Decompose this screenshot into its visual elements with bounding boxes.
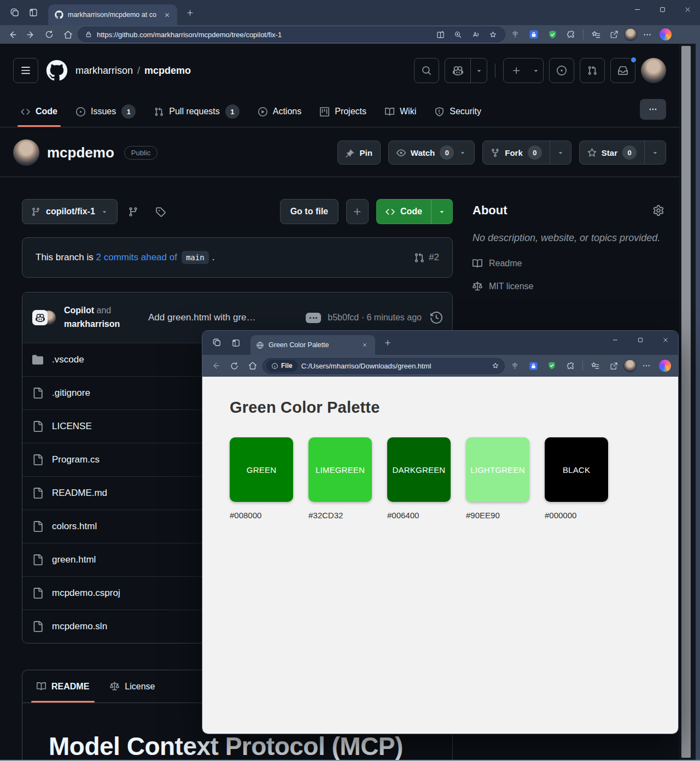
file-name[interactable]: README.md	[52, 488, 107, 499]
favorite-star-icon[interactable]	[491, 361, 500, 370]
user-avatar[interactable]	[641, 58, 666, 83]
password-manager-icon[interactable]	[525, 27, 542, 42]
code-button-caret[interactable]	[431, 200, 452, 224]
palette-maximize-button[interactable]	[628, 331, 653, 349]
history-icon[interactable]	[430, 312, 442, 324]
code-button-main[interactable]: Code	[377, 207, 431, 216]
commit-sha[interactable]: b5b0fcd	[328, 313, 359, 322]
branches-link-icon[interactable]	[122, 200, 145, 223]
watch-button[interactable]: Watch 0	[388, 141, 475, 165]
address-bar[interactable]: https://github.com/markharrison/mcpdemo/…	[78, 27, 505, 42]
tab-actions-icon[interactable]	[226, 333, 245, 352]
tab-license[interactable]: License	[101, 670, 164, 703]
zoom-icon[interactable]	[451, 28, 464, 41]
adguard-shield-icon[interactable]	[544, 27, 561, 42]
palette-close-button[interactable]	[653, 331, 678, 349]
palette-new-tab-button[interactable]	[380, 335, 396, 351]
read-aloud-icon[interactable]	[469, 28, 482, 41]
file-name[interactable]: .gitignore	[52, 388, 90, 399]
commits-ahead-link[interactable]: 2 commits ahead of	[96, 252, 177, 263]
palette-minimize-button[interactable]	[603, 331, 628, 349]
copilot-icon[interactable]	[656, 358, 674, 373]
forward-icon[interactable]	[22, 27, 39, 42]
close-button[interactable]	[675, 0, 700, 19]
pull-requests-header-button[interactable]	[580, 58, 605, 83]
copilot-dropdown-caret[interactable]	[470, 58, 487, 83]
commit-message[interactable]: Add green.html with gre…	[148, 312, 299, 323]
file-name[interactable]: colors.html	[52, 521, 97, 532]
minimize-button[interactable]	[625, 0, 650, 19]
copilot-icon[interactable]	[657, 27, 674, 42]
scrollbar-thumb[interactable]	[681, 46, 691, 758]
main-branch-pill[interactable]: main	[182, 251, 209, 264]
star-caret[interactable]	[644, 141, 666, 164]
inbox-button[interactable]	[610, 58, 635, 83]
search-button[interactable]	[414, 58, 439, 83]
github-logo[interactable]	[46, 60, 68, 81]
hamburger-menu-button[interactable]	[13, 58, 38, 83]
fork-caret[interactable]	[550, 141, 571, 164]
share-icon[interactable]	[605, 27, 623, 42]
file-name[interactable]: .vscode	[52, 354, 84, 365]
file-name[interactable]: LICENSE	[52, 421, 92, 432]
copilot-avatar[interactable]	[32, 310, 48, 325]
issues-header-button[interactable]	[549, 58, 574, 83]
about-settings-gear-icon[interactable]	[653, 205, 664, 216]
fork-main[interactable]: Fork 0	[483, 141, 550, 164]
home-icon[interactable]	[244, 358, 261, 373]
tab-code[interactable]: Code	[13, 96, 65, 127]
tab-projects[interactable]: Projects	[312, 96, 374, 127]
create-new-caret[interactable]	[529, 58, 543, 83]
file-name[interactable]: mcpdemo.sln	[52, 621, 107, 632]
maximize-button[interactable]	[650, 0, 675, 19]
share-icon[interactable]	[605, 358, 622, 373]
workspaces-icon[interactable]	[208, 333, 226, 352]
password-manager-icon[interactable]	[524, 358, 542, 373]
tab-wiki[interactable]: Wiki	[377, 96, 424, 127]
about-license-link[interactable]: MIT license	[472, 282, 664, 291]
breadcrumb-owner[interactable]: markharrison	[75, 65, 133, 77]
extension-plant-icon[interactable]	[506, 358, 523, 373]
back-icon[interactable]	[3, 27, 21, 42]
split-screen-icon[interactable]	[434, 28, 447, 41]
file-name[interactable]: Program.cs	[52, 454, 100, 465]
palette-address-bar[interactable]: File C:/Users/mharriso/Downloads/green.h…	[262, 358, 505, 374]
extension-puzzle-icon[interactable]	[562, 358, 579, 373]
tab-readme[interactable]: README	[28, 670, 98, 703]
profile-avatar[interactable]	[623, 359, 637, 372]
page-scrollbar[interactable]	[679, 44, 696, 761]
tab-pull-requests[interactable]: Pull requests 1	[147, 96, 247, 127]
about-readme-link[interactable]: Readme	[472, 259, 664, 268]
extension-puzzle-icon[interactable]	[562, 27, 580, 42]
pin-button[interactable]: Pin	[337, 141, 381, 165]
tab-actions[interactable]: Actions	[250, 96, 309, 127]
adguard-shield-icon[interactable]	[543, 358, 561, 373]
workspaces-icon[interactable]	[5, 3, 24, 22]
url-text[interactable]: https://github.com/markharrison/mcpdemo/…	[97, 31, 429, 39]
palette-tab-close-icon[interactable]	[359, 339, 371, 351]
palette-url-text[interactable]: C:/Users/mharriso/Downloads/green.html	[301, 362, 487, 370]
collections-icon[interactable]	[587, 27, 604, 42]
more-menu-icon[interactable]	[638, 358, 655, 373]
back-icon[interactable]	[207, 358, 224, 373]
favorite-star-icon[interactable]	[486, 28, 499, 41]
repo-title[interactable]: mcpdemo	[47, 144, 114, 161]
breadcrumb-repo[interactable]: mcpdemo	[144, 65, 191, 77]
tab-issues[interactable]: Issues 1	[68, 96, 143, 127]
pr-number-link[interactable]: #2	[429, 252, 439, 263]
file-name[interactable]: green.html	[52, 554, 96, 565]
star-main[interactable]: Star 0	[580, 141, 644, 164]
file-name[interactable]: mcpdemo.csproj	[52, 588, 120, 599]
plus-icon[interactable]	[504, 58, 529, 83]
tags-link-icon[interactable]	[149, 200, 172, 223]
more-menu-icon[interactable]	[638, 27, 656, 42]
collections-icon[interactable]	[586, 358, 604, 373]
refresh-icon[interactable]	[225, 358, 243, 373]
browser-tab-github[interactable]: markharrison/mcpdemo at copilo	[48, 4, 177, 25]
tab-security[interactable]: Security	[427, 96, 489, 127]
tab-close-icon[interactable]	[161, 9, 173, 21]
palette-tab[interactable]: Green Color Palette	[250, 335, 375, 355]
nav-overflow-button[interactable]	[640, 99, 666, 120]
go-to-file-button[interactable]: Go to file	[280, 199, 339, 224]
add-file-button[interactable]	[346, 199, 369, 224]
